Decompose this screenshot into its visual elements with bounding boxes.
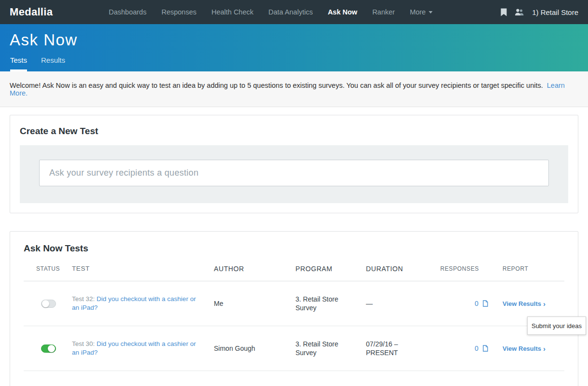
col-header-responses: RESPONSES (440, 265, 503, 272)
nav-ask-now[interactable]: Ask Now (328, 8, 357, 16)
chevron-right-icon: › (543, 345, 546, 352)
responses-count-link[interactable]: 0 (475, 345, 478, 352)
toggle-knob (42, 300, 49, 307)
ask-now-tests-card: Ask Now Tests STATUS TEST AUTHOR PROGRAM… (10, 231, 578, 386)
test-id-label: Test 32: (72, 295, 97, 303)
new-test-question-input[interactable] (39, 160, 549, 186)
raw-data-icon[interactable] (483, 345, 488, 352)
nav-health-check[interactable]: Health Check (211, 8, 253, 16)
test-id-label: Test 30: (72, 340, 97, 347)
col-header-report: REPORT (503, 265, 564, 272)
medallia-logo[interactable]: Medallia (10, 6, 53, 18)
create-test-card: Create a New Test (10, 115, 578, 213)
col-header-author: AUTHOR (214, 265, 295, 273)
question-panel (20, 145, 568, 203)
raw-data-icon[interactable] (483, 300, 488, 307)
topnav-right: 1) Retail Store (501, 8, 578, 16)
nav-dashboards[interactable]: Dashboards (109, 8, 146, 16)
tab-results[interactable]: Results (41, 56, 65, 71)
status-toggle[interactable] (41, 345, 56, 353)
col-header-status: STATUS (36, 265, 72, 272)
author-cell: Me (214, 300, 295, 307)
caret-down-icon (429, 11, 433, 14)
chevron-right-icon: › (543, 300, 546, 307)
nav-ranker[interactable]: Ranker (372, 8, 395, 16)
page-header: Ask Now Tests Results (0, 24, 588, 71)
col-header-program: PROGRAM (295, 264, 366, 273)
tab-tests[interactable]: Tests (10, 56, 27, 71)
table-row: Test 28: Associate Friendliness Simon Go… (24, 371, 564, 386)
view-results-link[interactable]: View Results › (503, 345, 546, 352)
view-results-link[interactable]: View Results › (503, 300, 546, 307)
duration-cell: 07/29/16 – PRESENT (366, 340, 440, 357)
welcome-text: Welcome! Ask Now is an easy and quick wa… (10, 82, 543, 89)
page-title: Ask Now (10, 31, 578, 49)
view-results-label: View Results (503, 345, 541, 352)
col-header-duration: DURATION (366, 264, 440, 273)
bookmark-icon[interactable] (501, 8, 507, 16)
responses-count-link[interactable]: 0 (475, 300, 478, 307)
nav-more-label: More (410, 8, 426, 16)
submit-ideas-button[interactable]: Submit your ideas (527, 317, 586, 335)
nav-responses[interactable]: Responses (161, 8, 196, 16)
header-tabs: Tests Results (10, 56, 65, 71)
col-header-test: TEST (72, 264, 214, 273)
status-toggle[interactable] (41, 300, 56, 308)
welcome-banner: Welcome! Ask Now is an easy and quick wa… (0, 71, 588, 107)
program-cell: 3. Retail Store Survey (295, 295, 366, 312)
table-row: Test 30: Did you checkout with a cashier… (24, 326, 564, 371)
table-header-row: STATUS TEST AUTHOR PROGRAM DURATION RESP… (24, 264, 564, 281)
author-cell: Simon Gough (214, 345, 295, 352)
table-row: Test 32: Did you checkout with a cashier… (24, 281, 564, 326)
duration-cell: — (366, 299, 440, 308)
tests-table-title: Ask Now Tests (24, 243, 564, 254)
users-icon[interactable] (514, 9, 525, 16)
create-test-title: Create a New Test (20, 126, 568, 137)
nav-items: Dashboards Responses Health Check Data A… (109, 8, 433, 16)
view-results-label: View Results (503, 300, 541, 307)
toggle-knob (48, 345, 55, 352)
nav-data-analytics[interactable]: Data Analytics (268, 8, 313, 16)
account-selector[interactable]: 1) Retail Store (532, 8, 578, 16)
program-cell: 3. Retail Store Survey (295, 340, 366, 357)
top-navigation: Medallia Dashboards Responses Health Che… (0, 0, 588, 24)
nav-more[interactable]: More (410, 8, 433, 16)
